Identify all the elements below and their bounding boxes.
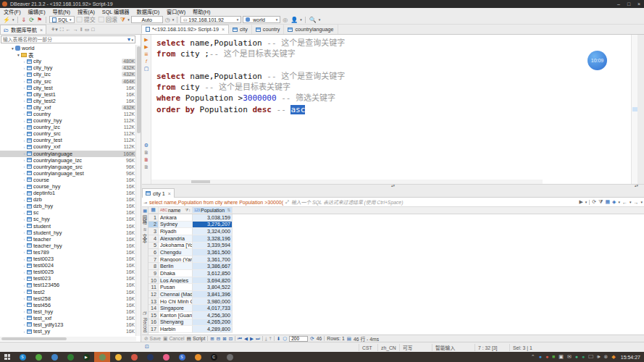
menu-item[interactable]: SQL 编辑器 (99, 8, 133, 15)
tree-item-world[interactable]: ▾world (0, 45, 136, 51)
tree-item-table[interactable]: ›country_xxf112K (0, 143, 136, 150)
compare-icon[interactable]: ◈ (612, 199, 616, 205)
execute-new-tab-icon[interactable]: ▶ (144, 43, 148, 50)
record-mode-icon[interactable]: 🗇 (143, 311, 147, 316)
editor-tab[interactable]: countrylanguage (284, 25, 338, 34)
sync-icon[interactable]: ◎ (282, 16, 288, 24)
export-icon[interactable]: ⬇ (277, 336, 280, 342)
editor-tab[interactable]: city (229, 25, 252, 34)
row-number-cell[interactable]: 14 (149, 305, 159, 312)
editor-vertical-scrollbar[interactable] (631, 35, 637, 184)
tree-item-table[interactable]: ›test_hyy16K (0, 308, 136, 315)
row-number-cell[interactable]: 12 (149, 291, 159, 298)
population-cell[interactable]: 4,289,800 (193, 326, 233, 333)
tree-item-table[interactable]: ›deptinfo116K (0, 190, 136, 196)
user-icon[interactable]: 👤 (290, 16, 298, 24)
table-row[interactable]: 6Chengdu3,361,500 (149, 249, 644, 256)
name-cell[interactable]: Chennai (Madra (159, 291, 193, 298)
tree-item-table[interactable]: ›city480K (0, 58, 136, 64)
menu-item[interactable]: 文件(F) (0, 8, 25, 15)
nav-link-icon[interactable]: ⛶ (60, 27, 64, 33)
delete-row-icon[interactable]: ⊠ (222, 336, 226, 342)
sort-icon[interactable]: ⇅ (227, 208, 230, 212)
window-control-button[interactable]: × (634, 1, 644, 7)
tree-item-table[interactable]: ›test25816K (0, 295, 136, 302)
name-cell[interactable]: Ho Chi Minh Cit (159, 298, 193, 306)
results-tab-city1[interactable]: city 1 × (142, 188, 175, 198)
code-line[interactable]: order by Population desc -- asc (156, 104, 627, 115)
nav-collapse-icon[interactable]: ⚘▾ (51, 27, 58, 33)
population-cell[interactable]: 3,804,522 (193, 284, 233, 291)
start-button[interactable] (0, 352, 14, 362)
settings-gear-icon[interactable]: ⚙ (144, 142, 149, 148)
tree-item-table[interactable]: ›city_lzc432K (0, 71, 136, 77)
table-row[interactable]: 2Sydney3,276,207 (149, 222, 644, 229)
tray-cloud2-icon[interactable]: ● (582, 352, 585, 362)
tree-item-table[interactable]: ›dzb_hyy16K (0, 203, 136, 209)
name-cell[interactable]: Dhaka (159, 270, 193, 277)
name-cell[interactable]: Alexandria (159, 235, 193, 243)
code-line[interactable]: select name,Population -- 这个是查询关键字 (156, 71, 627, 82)
navigator-filter-box[interactable]: ▼▾ (1, 35, 135, 43)
tree-item-table[interactable]: ›city_test16K (0, 85, 136, 91)
nav-minimize-icon[interactable]: ▭ (85, 27, 90, 33)
row-number-cell[interactable]: 5 (149, 243, 159, 250)
population-cell[interactable]: 3,324,000 (193, 228, 233, 235)
refetch-icon[interactable]: ⟳ (310, 336, 314, 342)
search-icon[interactable]: 🔍 (309, 16, 317, 24)
population-cell[interactable]: 3,841,396 (193, 291, 233, 298)
app-gray-circle[interactable] (222, 352, 238, 362)
table-row[interactable]: 10Los Angeles3,694,820 (149, 277, 644, 285)
name-cell[interactable]: Kanton [Guangz (159, 312, 193, 319)
code-area[interactable]: select name,Population -- 这个是查询关键字from c… (156, 38, 627, 115)
fetch-all-icon[interactable]: ⤒ (269, 336, 272, 342)
tree-item-table[interactable]: ›countrylanguage_src96K (0, 164, 136, 170)
tree-item-table[interactable]: ›test02316K (0, 275, 136, 282)
tray-white-icon[interactable]: ▣ (559, 352, 564, 362)
tree-item-table[interactable]: ›teacher_hyy16K (0, 243, 136, 249)
name-cell[interactable]: Jokohama [Yoko (159, 243, 193, 250)
nav-back-icon[interactable]: ← (66, 27, 71, 33)
menu-item[interactable]: 数据库(D) (133, 8, 164, 15)
sql-editor[interactable]: ▶ ▶ ≣ 𝑓 ▢ ⚙ 🗎 🗎 🗎 select name,Population… (142, 35, 637, 184)
code-line[interactable] (156, 60, 627, 71)
name-cell[interactable]: Berlin (159, 263, 193, 270)
menu-item[interactable]: 窗口(W) (163, 8, 189, 15)
sidebar-vertical-scrollbar[interactable] (135, 45, 141, 336)
app-browser-colorful[interactable] (46, 352, 62, 362)
app-blue-s2[interactable]: S (174, 352, 190, 362)
navigator-filter-input[interactable] (1, 37, 127, 42)
tray-cross-icon[interactable]: ⊗ (603, 352, 608, 362)
tray-flame-icon[interactable]: ◆ (611, 352, 615, 362)
population-cell[interactable]: 3,339,594 (193, 243, 233, 250)
window-control-button[interactable]: – (614, 1, 624, 7)
nav-maximize-icon[interactable]: □ (91, 27, 94, 33)
tree-item-table[interactable]: ›countrylanguage_lzc96K (0, 157, 136, 164)
tree-item-table[interactable]: ›test_yy16K (0, 328, 136, 334)
app-dark-green[interactable] (62, 352, 78, 362)
app-browser-red[interactable] (126, 352, 142, 362)
name-cell[interactable]: Ankara (159, 214, 193, 222)
menu-item[interactable]: 导航(N) (49, 8, 74, 15)
result-grid[interactable]: ▦ ABC name ⧩↕ 123 Population ⇅ 1Ankara3,… (149, 207, 644, 334)
duplicate-row-icon[interactable]: ⊟ (217, 336, 220, 342)
tx-clock-icon[interactable]: ◷ (164, 16, 171, 24)
row-number-cell[interactable]: 15 (149, 312, 159, 319)
fetch-size-input[interactable] (289, 336, 308, 342)
row-number-cell[interactable]: 8 (149, 263, 159, 270)
record-mode-label[interactable]: Record (143, 318, 148, 332)
navigator-view-tab[interactable]: 🗁 数据库导航 × (0, 25, 46, 34)
history-forward-icon[interactable]: → (633, 200, 638, 205)
row-number-cell[interactable]: 10 (149, 277, 159, 285)
population-cell[interactable]: 3,361,500 (193, 249, 233, 256)
row-number-cell[interactable]: 9 (149, 270, 159, 277)
population-cell[interactable]: 3,276,207 (193, 222, 233, 229)
table-row[interactable]: 1Ankara3,038,159 (149, 214, 644, 222)
tree-item-table[interactable]: ›student_hyy16K (0, 230, 136, 236)
editor-tab[interactable]: country (252, 25, 285, 34)
tree-item-table[interactable]: ›city_src464K (0, 77, 136, 84)
connection-combo[interactable]: ⛁192.168.101.92▾ (180, 16, 241, 23)
app-pink[interactable] (158, 352, 174, 362)
tree-item-table[interactable]: ›test12345616K (0, 282, 136, 288)
population-cell[interactable]: 3,694,820 (193, 277, 233, 285)
